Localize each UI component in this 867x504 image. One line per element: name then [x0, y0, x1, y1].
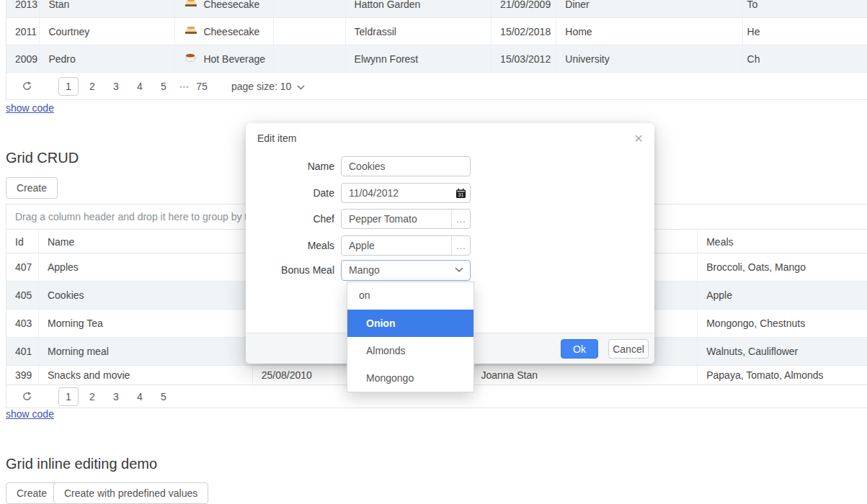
cell-place: Home	[556, 18, 742, 45]
cell-name: Pedro	[40, 45, 175, 72]
pager-ellipsis-icon: ⋯	[177, 81, 192, 92]
name-field-label: Name	[246, 161, 341, 172]
dialog-title: Edit item	[257, 132, 296, 144]
cell-id: 407	[6, 253, 39, 281]
page-button[interactable]: 1	[58, 387, 79, 406]
cell-meals: Broccoli, Oats, Mango	[698, 253, 867, 281]
cell-empty	[274, 18, 346, 45]
top-grid: 2013 Stan Cheesecake Hatton Garden 21/09…	[6, 0, 867, 100]
cheesecake-icon	[184, 0, 198, 11]
column-header-id[interactable]: Id	[6, 230, 39, 253]
create-button[interactable]: Create	[6, 177, 58, 199]
coffee-icon	[184, 52, 198, 66]
page-button-last[interactable]: 75	[192, 81, 212, 92]
dropdown-filter-input[interactable]: on	[347, 282, 473, 310]
bonus-meal-dropdown-list: on Onion Almonds Mongongo	[347, 282, 474, 392]
chevron-down-icon	[448, 267, 470, 273]
date-field[interactable]: 11/04/2012 31	[341, 183, 471, 203]
meals-field[interactable]: Apple …	[341, 235, 471, 256]
name-field[interactable]: Cookies	[341, 156, 471, 176]
chef-field-label: Chef	[246, 213, 341, 225]
table-row[interactable]: 2009 Pedro Hot Beverage Elwynn Forest 15…	[6, 45, 867, 73]
page-size-selector[interactable]: page size: 10	[231, 81, 305, 92]
page-button[interactable]: 3	[106, 387, 126, 406]
cell-id: 2009	[6, 45, 40, 72]
page-button[interactable]: 1	[58, 77, 79, 96]
refresh-icon[interactable]	[21, 391, 32, 402]
page-button[interactable]: 5	[154, 77, 174, 96]
cell-location: Hatton Garden	[346, 0, 492, 17]
cell-empty	[274, 0, 346, 17]
cell-id: 401	[6, 338, 39, 365]
page-size-label: page size: 10	[231, 81, 291, 92]
cell-id: 2011	[6, 18, 40, 45]
cell-chef: Joanna Stan	[472, 366, 698, 384]
cell-meals: Walnuts, Cauliflower	[698, 338, 867, 365]
dropdown-option[interactable]: Mongongo	[347, 364, 473, 392]
bonus-meal-select[interactable]: Mango	[341, 260, 471, 281]
cell-id: 2013	[6, 0, 40, 17]
inline-section-title: Grid inline editing demo	[6, 456, 157, 472]
cell-name: Snacks and movie	[39, 366, 253, 384]
cell-name: Cookies	[39, 282, 253, 309]
cell-name: Morning Tea	[39, 310, 253, 337]
column-header-meals[interactable]: Meals	[698, 230, 867, 253]
crud-section-title: Grid CRUD	[6, 150, 79, 166]
cell-date: 15/02/2018	[492, 18, 556, 45]
page-button[interactable]: 4	[130, 387, 150, 406]
cheesecake-icon	[184, 24, 198, 38]
dropdown-option[interactable]: Almonds	[347, 337, 473, 364]
show-code-link[interactable]: show code	[6, 408, 54, 420]
page: 2013 Stan Cheesecake Hatton Garden 21/09…	[0, 0, 867, 504]
cell-date: 15/03/2012	[492, 45, 556, 72]
chef-field[interactable]: Pepper Tomato …	[341, 209, 471, 229]
cell-name: Apples	[39, 253, 253, 281]
ok-button[interactable]: Ok	[561, 339, 598, 359]
column-header-name[interactable]: Name	[39, 230, 253, 253]
cell-id: 399	[6, 366, 39, 384]
show-code-link[interactable]: show code	[6, 102, 54, 114]
cell-dish: Hot Beverage	[175, 45, 274, 72]
svg-text:31: 31	[458, 192, 463, 197]
table-row[interactable]: 2011 Courtney Cheesecake Teldrassil 15/0…	[6, 18, 867, 45]
page-button[interactable]: 4	[130, 77, 150, 96]
table-row[interactable]: 2013 Stan Cheesecake Hatton Garden 21/09…	[6, 0, 867, 18]
meals-field-label: Meals	[246, 240, 341, 251]
cell-dish: Cheesecake	[175, 0, 274, 17]
ellipsis-button[interactable]: …	[451, 236, 470, 255]
cell-meals: Mongongo, Chestnuts	[698, 310, 867, 337]
cell-empty	[274, 45, 346, 72]
ellipsis-button[interactable]: …	[451, 210, 470, 228]
dropdown-option[interactable]: Onion	[347, 310, 473, 337]
refresh-icon[interactable]	[21, 81, 32, 92]
cell-name: Morning meal	[39, 338, 253, 365]
cell-location: Teldrassil	[346, 18, 492, 45]
cell-id: 403	[6, 310, 39, 337]
cell-dish: Cheesecake	[175, 18, 274, 45]
bonus-meal-field-label: Bonus Meal	[246, 264, 341, 276]
cell-extra: Ch	[743, 45, 867, 72]
cell-name: Courtney	[40, 18, 175, 45]
create-button[interactable]: Create	[6, 482, 58, 504]
calendar-icon[interactable]: 31	[451, 188, 470, 199]
cell-id: 405	[6, 282, 39, 309]
cell-date: 21/09/2009	[492, 0, 556, 17]
page-button[interactable]: 3	[106, 77, 126, 96]
cell-location: Elwynn Forest	[346, 45, 492, 72]
cell-place: Diner	[556, 0, 742, 17]
top-grid-pager: 1 2 3 4 5 ⋯ 75 page size: 10	[6, 73, 867, 100]
cancel-button[interactable]: Cancel	[608, 339, 649, 359]
create-predefined-button[interactable]: Create with predefined values	[53, 482, 208, 504]
cell-meals: Apple	[698, 282, 867, 309]
cell-name: Stan	[40, 0, 175, 17]
cell-meals: Papaya, Tomato, Almonds	[698, 366, 867, 384]
close-icon[interactable]: ×	[634, 132, 643, 144]
cell-extra: To	[743, 0, 867, 17]
page-button[interactable]: 2	[82, 387, 102, 406]
chevron-down-icon	[297, 81, 305, 92]
cell-place: University	[556, 45, 742, 72]
page-button[interactable]: 5	[154, 387, 174, 406]
cell-extra: He	[743, 18, 867, 45]
date-field-label: Date	[246, 187, 341, 199]
page-button[interactable]: 2	[82, 77, 102, 96]
